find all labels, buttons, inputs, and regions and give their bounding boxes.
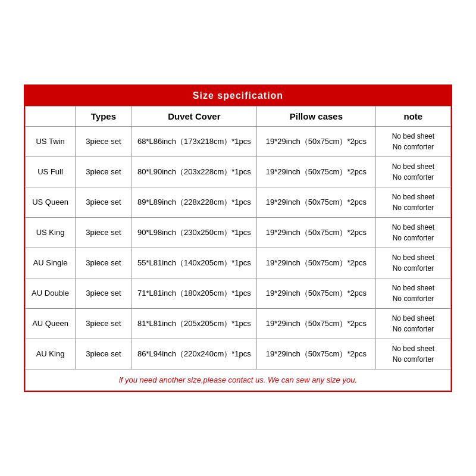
cell-size: AU Queen	[26, 308, 76, 339]
cell-pillow: 19*29inch（50x75cm）*2pcs	[257, 248, 376, 278]
cell-note: No bed sheetNo comforter	[375, 339, 450, 369]
header-note: note	[375, 106, 450, 126]
cell-size: US Full	[26, 156, 76, 187]
cell-pillow: 19*29inch（50x75cm）*2pcs	[257, 278, 376, 308]
cell-type: 3piece set	[76, 339, 132, 369]
cell-note: No bed sheetNo comforter	[375, 308, 450, 339]
table-row: AU King3piece set86*L94inch（220x240cm）*1…	[26, 339, 451, 369]
cell-pillow: 19*29inch（50x75cm）*2pcs	[257, 217, 376, 248]
cell-size: US King	[26, 217, 76, 248]
cell-type: 3piece set	[76, 187, 132, 217]
cell-duvet: 90*L98inch（230x250cm）*1pcs	[131, 217, 256, 248]
table-row: AU Single3piece set55*L81inch（140x205cm）…	[26, 248, 451, 278]
cell-pillow: 19*29inch（50x75cm）*2pcs	[257, 308, 376, 339]
cell-duvet: 89*L89inch（228x228cm）*1pcs	[131, 187, 256, 217]
cell-pillow: 19*29inch（50x75cm）*2pcs	[257, 156, 376, 187]
table-row: US Full3piece set80*L90inch（203x228cm）*1…	[26, 156, 451, 187]
cell-type: 3piece set	[76, 126, 132, 156]
cell-size: US Queen	[26, 187, 76, 217]
cell-duvet: 71*L81inch（180x205cm）*1pcs	[131, 278, 256, 308]
header-row: Types Duvet Cover Pillow cases note	[26, 106, 451, 126]
table-row: US King3piece set90*L98inch（230x250cm）*1…	[26, 217, 451, 248]
cell-pillow: 19*29inch（50x75cm）*2pcs	[257, 339, 376, 369]
cell-type: 3piece set	[76, 156, 132, 187]
footer-text: if you need another size,please contact …	[26, 369, 451, 390]
cell-size: AU King	[26, 339, 76, 369]
cell-duvet: 80*L90inch（203x228cm）*1pcs	[131, 156, 256, 187]
cell-note: No bed sheetNo comforter	[375, 248, 450, 278]
header-size	[26, 106, 76, 126]
cell-duvet: 81*L81inch（205x205cm）*1pcs	[131, 308, 256, 339]
table-row: US Queen3piece set89*L89inch（228x228cm）*…	[26, 187, 451, 217]
cell-type: 3piece set	[76, 308, 132, 339]
cell-note: No bed sheetNo comforter	[375, 126, 450, 156]
header-pillow: Pillow cases	[257, 106, 376, 126]
cell-duvet: 86*L94inch（220x240cm）*1pcs	[131, 339, 256, 369]
footer-row: if you need another size,please contact …	[26, 369, 451, 390]
spec-table: Types Duvet Cover Pillow cases note US T…	[25, 106, 451, 391]
cell-size: AU Double	[26, 278, 76, 308]
cell-note: No bed sheetNo comforter	[375, 217, 450, 248]
cell-duvet: 68*L86inch（173x218cm）*1pcs	[131, 126, 256, 156]
cell-type: 3piece set	[76, 278, 132, 308]
cell-size: AU Single	[26, 248, 76, 278]
cell-note: No bed sheetNo comforter	[375, 278, 450, 308]
cell-pillow: 19*29inch（50x75cm）*2pcs	[257, 187, 376, 217]
cell-note: No bed sheetNo comforter	[375, 156, 450, 187]
table-title: Size specification	[25, 86, 451, 106]
table-row: AU Queen3piece set81*L81inch（205x205cm）*…	[26, 308, 451, 339]
cell-duvet: 55*L81inch（140x205cm）*1pcs	[131, 248, 256, 278]
cell-note: No bed sheetNo comforter	[375, 187, 450, 217]
cell-size: US Twin	[26, 126, 76, 156]
cell-type: 3piece set	[76, 248, 132, 278]
cell-pillow: 19*29inch（50x75cm）*2pcs	[257, 126, 376, 156]
header-duvet: Duvet Cover	[131, 106, 256, 126]
table-row: AU Double3piece set71*L81inch（180x205cm）…	[26, 278, 451, 308]
size-spec-table: Size specification Types Duvet Cover Pil…	[24, 84, 452, 392]
table-row: US Twin3piece set68*L86inch（173x218cm）*1…	[26, 126, 451, 156]
cell-type: 3piece set	[76, 217, 132, 248]
header-types: Types	[76, 106, 132, 126]
page-wrapper: Size specification Types Duvet Cover Pil…	[0, 0, 476, 476]
